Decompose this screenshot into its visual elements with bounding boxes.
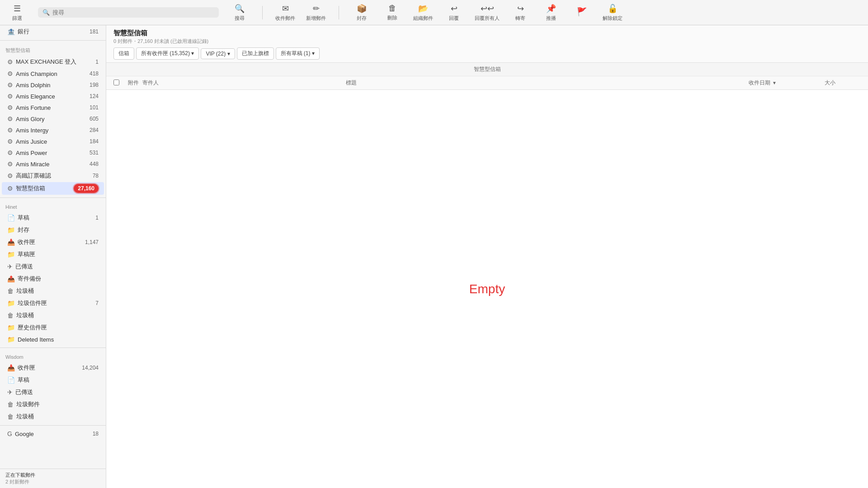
hinet-outbox-label: 寄件備份 (18, 275, 99, 283)
content-subtitle: 0 封郵件・27,160 封未讀 (已啟用連線記錄) (113, 38, 861, 45)
wisdom-inbox-count: 14,204 (82, 365, 99, 371)
sidebar-scroll[interactable]: 🏦 銀行 181 智慧型信箱 ⚙ MAX EXCHANGE 登入 1 ⚙ Ami… (0, 25, 106, 469)
tab-flagged[interactable]: 已加上旗標 (237, 47, 274, 60)
hinet-inbox-count: 1,147 (85, 239, 99, 245)
sidebar-item-amis-dolphin[interactable]: ⚙ Amis Dolphin 198 (2, 80, 104, 90)
sidebar-item-hinet-draft[interactable]: 📄 草稿 1 (2, 212, 104, 224)
sidebar-item-hinet-deleted[interactable]: 📁 Deleted Items (2, 334, 104, 345)
sidebar-item-wisdom-inbox[interactable]: 📥 收件匣 14,204 (2, 362, 104, 374)
unread-button[interactable]: 🔓 解除鎖定 (603, 4, 623, 22)
organize-button[interactable]: 📂 組織郵件 (413, 4, 433, 22)
forward-button[interactable]: ↪ 轉寄 (510, 4, 530, 22)
filter-button[interactable]: ☰ 篩選 (7, 4, 27, 22)
wisdom-trash-label: 垃圾桶 (16, 413, 99, 421)
sidebar-item-hinet-inbox[interactable]: 📥 收件匣 1,147 (2, 236, 104, 248)
empty-text: Empty (469, 282, 505, 296)
sidebar-item-hinet-trash[interactable]: 🗑 垃圾桶 (2, 285, 104, 297)
reply-all-button[interactable]: ↩↩ 回覆所有人 (475, 4, 500, 22)
search-input[interactable] (52, 9, 214, 16)
search-button[interactable]: 🔍 搜尋 (230, 4, 250, 22)
sidebar-item-hinet-sent[interactable]: ✈ 已傳送 (2, 261, 104, 272)
tab-all-drafts[interactable]: 所有草稿 (1) ▾ (276, 47, 320, 60)
sidebar-item-hinet-spam[interactable]: 📁 垃圾信件匣 7 (2, 297, 104, 309)
hinet-trash-icon: 🗑 (7, 287, 14, 295)
bank-icon: 🏦 (7, 28, 15, 35)
hinet-spam-label: 垃圾信件匣 (18, 299, 93, 307)
amis-elegance-label: Amis Elegance (16, 93, 87, 100)
wisdom-items: 📥 收件匣 14,204 📄 草稿 ✈ 已傳送 🗑 垃圾郵件 🗑 垃圾桶 (0, 362, 106, 422)
sidebar-item-wisdom-sent[interactable]: ✈ 已傳送 (2, 386, 104, 398)
amis-fortune-icon: ⚙ (7, 104, 13, 111)
sidebar-item-wisdom-draft[interactable]: 📄 草稿 (2, 374, 104, 386)
amis-fortune-label: Amis Fortune (16, 104, 87, 111)
hinet-draftbox-icon: 📁 (7, 251, 15, 258)
content-scroll[interactable]: Empty (106, 90, 868, 488)
sidebar-item-amis-fortune[interactable]: ⚙ Amis Fortune 101 (2, 102, 104, 113)
tab-inbox[interactable]: 信箱 (113, 47, 134, 60)
amis-glory-count: 605 (90, 116, 99, 122)
hinet-deleted-icon: 📁 (7, 336, 15, 343)
sidebar-item-hinet-outbox[interactable]: 📤 寄件備份 (2, 273, 104, 285)
push-button[interactable]: 📌 推播 (541, 4, 561, 22)
sidebar-item-bank[interactable]: 🏦 銀行 181 (2, 26, 104, 38)
push-icon: 📌 (546, 4, 556, 14)
train-confirm-label: 高鐵訂票確認 (16, 172, 90, 180)
col-size-header: 大小 (825, 79, 861, 87)
delete-button[interactable]: 🗑 刪除 (382, 4, 402, 21)
flag-button[interactable]: 🚩 (572, 7, 592, 18)
wisdom-spam-icon: 🗑 (7, 401, 14, 408)
reply-button[interactable]: ↩ 回覆 (444, 4, 464, 22)
separator-1 (262, 6, 263, 19)
wisdom-sent-icon: ✈ (7, 389, 13, 396)
wisdom-inbox-icon: 📥 (7, 364, 15, 371)
sidebar-item-hinet-trash2[interactable]: 🗑 垃圾桶 (2, 310, 104, 321)
select-all-checkbox[interactable] (113, 80, 119, 85)
sidebar-item-wisdom-trash[interactable]: 🗑 垃圾桶 (2, 411, 104, 422)
hinet-history-label: 歷史信件匣 (18, 324, 99, 332)
sidebar-item-amis-jusice[interactable]: ⚙ Amis Jusice 184 (2, 136, 104, 147)
sidebar-item-hinet-archive[interactable]: 📁 封存 (2, 224, 104, 236)
col-check[interactable] (113, 80, 124, 87)
content-tabs: 信箱所有收件匣 (15,352) ▾VIP (22) ▾已加上旗標所有草稿 (1… (113, 47, 861, 62)
wisdom-trash-icon: 🗑 (7, 413, 14, 420)
amis-power-label: Amis Power (16, 150, 87, 156)
hinet-history-icon: 📁 (7, 324, 15, 331)
archive-button[interactable]: 📦 封存 (352, 4, 372, 22)
sidebar-item-wisdom-spam[interactable]: 🗑 垃圾郵件 (2, 399, 104, 410)
sidebar-item-amis-intergy[interactable]: ⚙ Amis Intergy 284 (2, 125, 104, 136)
amis-jusice-count: 184 (90, 138, 99, 145)
amis-intergy-label: Amis Intergy (16, 127, 87, 134)
wisdom-section-label: Wisdom (0, 351, 106, 361)
search-icon: 🔍 (42, 9, 50, 16)
sidebar-item-smart-inbox[interactable]: ⚙ 智慧型信箱 27,160 (2, 182, 104, 195)
sidebar-item-max-exchange[interactable]: ⚙ MAX EXCHANGE 登入 1 (2, 56, 104, 68)
search-bar[interactable]: 🔍 (38, 7, 219, 18)
flag-icon: 🚩 (577, 7, 587, 17)
amis-dolphin-count: 198 (90, 82, 99, 88)
receive-mail-button[interactable]: ✉ 收件郵件 (275, 4, 295, 22)
smart-inbox-banner: 智慧型信箱 (106, 63, 868, 76)
forward-icon: ↪ (517, 4, 524, 14)
amis-fortune-count: 101 (90, 104, 99, 111)
amis-power-count: 531 (90, 150, 99, 156)
sidebar-item-amis-glory[interactable]: ⚙ Amis Glory 605 (2, 113, 104, 124)
sidebar-item-hinet-draftbox[interactable]: 📁 草稿匣 (2, 249, 104, 260)
sidebar-item-train-confirm[interactable]: ⚙ 高鐵訂票確認 78 (2, 170, 104, 182)
sidebar-item-google[interactable]: G Google 18 (2, 428, 104, 439)
sidebar-item-amis-champion[interactable]: ⚙ Amis Champion 418 (2, 68, 104, 79)
sidebar-item-amis-miracle[interactable]: ⚙ Amis Miracle 448 (2, 159, 104, 169)
amis-jusice-icon: ⚙ (7, 138, 13, 145)
hinet-section-label: Hinet (0, 201, 106, 211)
sort-icon[interactable]: ▼ (772, 80, 777, 85)
amis-champion-count: 418 (90, 70, 99, 77)
tab-vip[interactable]: VIP (22) ▾ (201, 48, 235, 59)
sidebar-item-amis-power[interactable]: ⚙ Amis Power 531 (2, 147, 104, 158)
sidebar-item-amis-elegance[interactable]: ⚙ Amis Elegance 124 (2, 91, 104, 102)
wisdom-draft-icon: 📄 (7, 376, 15, 384)
sidebar-item-hinet-history[interactable]: 📁 歷史信件匣 (2, 322, 104, 333)
col-date-header: 收件日期 ▼ (749, 79, 821, 87)
new-mail-button[interactable]: ✏ 新增郵件 (306, 4, 326, 22)
divider-3 (0, 347, 106, 348)
content-area: 智慧型信箱 0 封郵件・27,160 封未讀 (已啟用連線記錄) 信箱所有收件匣… (106, 25, 868, 488)
tab-all-inbox[interactable]: 所有收件匣 (15,352) ▾ (136, 47, 199, 60)
